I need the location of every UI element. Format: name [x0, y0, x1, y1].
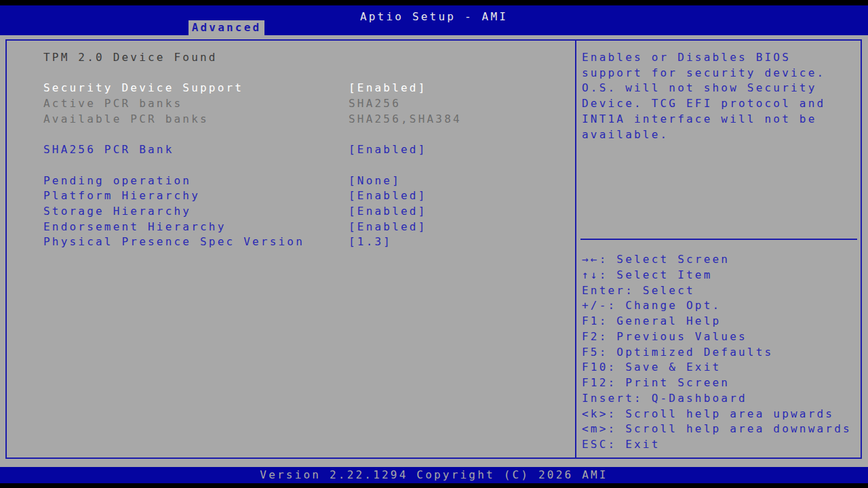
setting-row-available-pcr-banks: Available PCR banksSHA256,SHA384 [43, 112, 572, 127]
setting-label: Endorsement Hierarchy [43, 220, 226, 235]
header-bar: Aptio Setup - AMI Advanced [0, 5, 868, 35]
help-divider [580, 239, 857, 240]
main-area: TPM 2.0 Device Found Security Device Sup… [0, 35, 868, 467]
setting-row-pending-operation[interactable]: Pending operation[None] [43, 174, 572, 189]
hotkey-line: ESC: Exit [582, 437, 860, 453]
setting-value[interactable]: [1.3] [349, 235, 392, 250]
setting-value[interactable]: [Enabled] [349, 142, 427, 158]
hotkey-line: F5: Optimized Defaults [582, 345, 860, 361]
settings-panel: TPM 2.0 Device Found Security Device Sup… [5, 39, 862, 459]
tab-advanced[interactable]: Advanced [189, 20, 264, 35]
setting-value[interactable]: [Enabled] [349, 220, 427, 235]
setting-row-endorsement-hierarchy[interactable]: Endorsement Hierarchy[Enabled] [43, 220, 572, 235]
footer-bar: Version 2.22.1294 Copyright (C) 2026 AMI [0, 467, 868, 483]
setting-label: SHA256 PCR Bank [43, 142, 174, 158]
panel-divider [575, 41, 576, 458]
setting-row-platform-hierarchy[interactable]: Platform Hierarchy[Enabled] [43, 188, 572, 204]
hotkey-line: →←: Select Screen [582, 252, 860, 268]
setting-value: SHA256 [349, 96, 401, 112]
hotkey-line: Insert: Q-Dashboard [582, 391, 860, 407]
setting-label: Storage Hierarchy [43, 204, 191, 220]
setting-value[interactable]: [Enabled] [349, 81, 427, 96]
page-title: Aptio Setup - AMI [0, 10, 868, 23]
hotkey-line: +/-: Change Opt. [582, 298, 860, 314]
setting-row-security-device-support[interactable]: Security Device Support[Enabled] [43, 81, 572, 96]
hotkey-line: Enter: Select [582, 283, 860, 299]
hotkey-line: <k>: Scroll help area upwards [582, 407, 860, 422]
setting-value[interactable]: [None] [349, 174, 401, 189]
hotkey-line: F2: Previous Values [582, 329, 860, 345]
setting-value[interactable]: [Enabled] [349, 204, 427, 220]
hotkey-line: ↑↓: Select Item [582, 268, 860, 283]
setting-value: SHA256,SHA384 [349, 112, 462, 127]
setting-row-storage-hierarchy[interactable]: Storage Hierarchy[Enabled] [43, 204, 572, 220]
setting-label: Security Device Support [43, 81, 243, 96]
hotkey-line: <m>: Scroll help area downwards [582, 422, 860, 437]
setting-label: Active PCR banks [43, 96, 182, 112]
setting-label: Pending operation [43, 174, 191, 189]
setting-row-sha256-pcr-bank[interactable]: SHA256 PCR Bank[Enabled] [43, 142, 572, 158]
settings-list: Security Device Support[Enabled]Active P… [43, 81, 572, 250]
bios-setup-screen: Aptio Setup - AMI Advanced TPM 2.0 Devic… [0, 0, 868, 488]
help-description: Enables or Disables BIOS support for sec… [582, 50, 856, 142]
setting-label: Platform Hierarchy [43, 188, 200, 204]
setting-row-physical-presence-spec-version[interactable]: Physical Presence Spec Version[1.3] [43, 235, 572, 250]
version-text: Version 2.22.1294 Copyright (C) 2026 AMI [0, 467, 868, 483]
hotkey-legend: →←: Select Screen↑↓: Select ItemEnter: S… [582, 252, 860, 453]
setting-value[interactable]: [Enabled] [349, 188, 427, 204]
tpm-status-text: TPM 2.0 Device Found [43, 50, 218, 66]
hotkey-line: F10: Save & Exit [582, 360, 860, 375]
hotkey-line: F12: Print Screen [582, 375, 860, 391]
setting-row-active-pcr-banks: Active PCR banksSHA256 [43, 96, 572, 112]
setting-label: Physical Presence Spec Version [43, 235, 304, 250]
hotkey-line: F1: General Help [582, 314, 860, 329]
setting-label: Available PCR banks [43, 112, 209, 127]
